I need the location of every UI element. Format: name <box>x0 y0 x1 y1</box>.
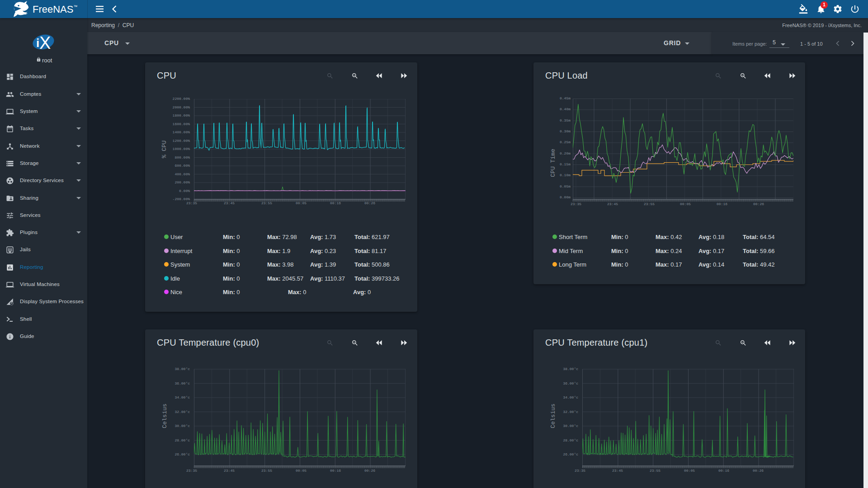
svg-text:X: X <box>39 33 51 52</box>
